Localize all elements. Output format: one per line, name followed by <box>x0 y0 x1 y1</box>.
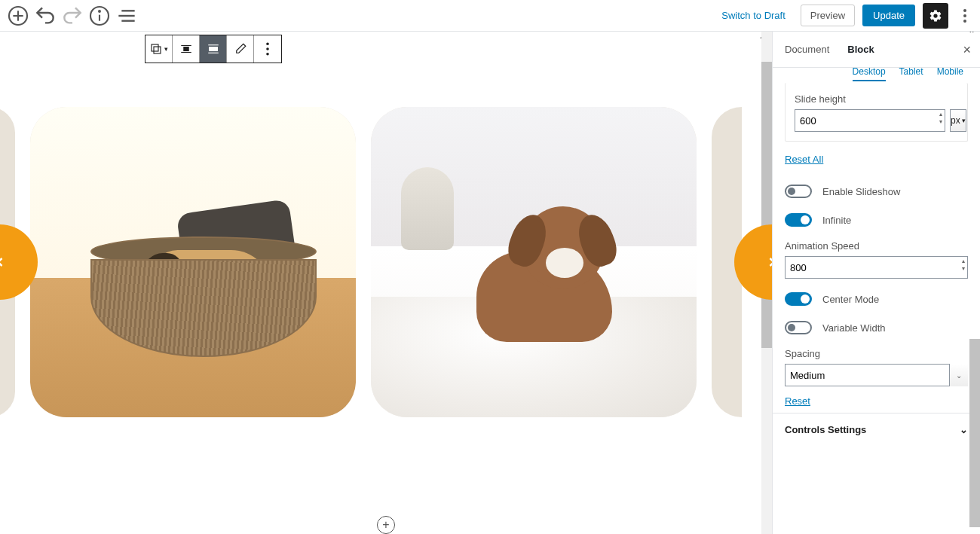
carousel-slide-1[interactable] <box>30 107 356 417</box>
block-more-button[interactable] <box>254 35 281 63</box>
more-options-button[interactable] <box>956 4 974 28</box>
settings-sidebar: ⌃ Document Block × Desktop Tablet Mobile… <box>772 32 980 534</box>
svg-point-22 <box>266 53 269 56</box>
svg-point-21 <box>266 47 269 50</box>
tab-block[interactable]: Block <box>847 44 874 55</box>
infinite-row: Infinite <box>773 206 980 234</box>
center-mode-label: Center Mode <box>822 294 879 305</box>
variable-width-label: Variable Width <box>822 322 886 334</box>
undo-button[interactable] <box>33 4 57 28</box>
controls-settings-accordion[interactable]: Controls Settings ⌄ <box>773 413 980 446</box>
chevron-down-icon: ⌄ <box>960 424 968 435</box>
align-wide-button[interactable] <box>200 35 227 63</box>
block-toolbar: ▾ <box>145 35 282 63</box>
canvas-scrollbar-thumb[interactable] <box>761 62 772 348</box>
enable-slideshow-row: Enable Slideshow <box>773 177 980 206</box>
slide-height-input[interactable] <box>795 109 945 132</box>
close-sidebar-button[interactable]: × <box>963 42 971 58</box>
controls-settings-label: Controls Settings <box>785 424 866 435</box>
preview-button[interactable]: Preview <box>801 5 855 26</box>
variable-width-toggle[interactable] <box>785 321 812 334</box>
info-button[interactable] <box>87 4 112 28</box>
svg-point-20 <box>266 42 269 45</box>
svg-rect-17 <box>209 47 218 51</box>
add-block-button[interactable] <box>6 4 30 28</box>
svg-point-10 <box>963 14 966 17</box>
toolbar-right-group: Switch to Draft Preview Update <box>714 3 974 29</box>
slide-height-unit-select[interactable]: px▾ <box>950 109 966 132</box>
toolbar-left-group <box>6 4 139 28</box>
block-type-button[interactable]: ▾ <box>145 35 173 63</box>
switch-to-draft-link[interactable]: Switch to Draft <box>714 5 793 26</box>
animation-speed-label: Animation Speed <box>785 240 968 252</box>
reset-link[interactable]: Reset <box>785 386 810 407</box>
svg-point-5 <box>99 11 100 12</box>
device-tabs: Desktop Tablet Mobile <box>773 66 980 81</box>
device-tab-mobile[interactable]: Mobile <box>937 66 963 81</box>
sidebar-tabs: Document Block × <box>773 32 980 68</box>
slide-height-label: Slide height <box>795 93 958 105</box>
carousel-block[interactable] <box>0 107 772 417</box>
enable-slideshow-toggle[interactable] <box>785 185 812 198</box>
svg-point-9 <box>963 9 966 12</box>
editor-top-toolbar: Switch to Draft Preview Update <box>0 0 980 32</box>
add-block-inserter[interactable]: + <box>377 516 395 534</box>
editor-main: ⌃ ▾ <box>0 32 980 534</box>
align-center-button[interactable] <box>173 35 200 63</box>
reset-all-link[interactable]: Reset All <box>773 154 980 177</box>
center-mode-row: Center Mode <box>773 285 980 313</box>
variable-width-row: Variable Width <box>773 313 980 342</box>
editor-canvas: ⌃ ▾ <box>0 32 772 534</box>
update-button[interactable]: Update <box>862 5 915 26</box>
svg-point-11 <box>963 20 966 23</box>
infinite-label: Infinite <box>822 215 851 226</box>
enable-slideshow-label: Enable Slideshow <box>822 186 900 197</box>
sidebar-scrollbar-thumb[interactable] <box>969 339 980 527</box>
device-tab-desktop[interactable]: Desktop <box>853 66 886 81</box>
tab-document[interactable]: Document <box>785 44 829 55</box>
animation-speed-block: Animation Speed ▴▾ <box>773 234 980 285</box>
svg-rect-13 <box>154 47 161 53</box>
stepper-icon[interactable]: ▴▾ <box>939 111 942 126</box>
carousel-slide-2[interactable] <box>371 107 697 417</box>
spacing-block: Spacing Medium ⌄ Reset <box>773 342 980 413</box>
stepper-icon[interactable]: ▴▾ <box>962 258 965 273</box>
infinite-toggle[interactable] <box>785 213 812 227</box>
device-tab-tablet[interactable]: Tablet <box>899 66 923 81</box>
outline-button[interactable] <box>115 4 139 28</box>
spacing-select[interactable]: Medium <box>785 364 968 386</box>
svg-rect-14 <box>183 47 189 51</box>
edit-button[interactable] <box>227 35 254 63</box>
redo-button[interactable] <box>60 4 84 28</box>
svg-rect-12 <box>152 44 158 51</box>
settings-button[interactable] <box>923 3 948 29</box>
animation-speed-input[interactable] <box>785 256 968 279</box>
center-mode-toggle[interactable] <box>785 292 812 306</box>
spacing-label: Spacing <box>785 348 968 359</box>
slide-height-panel: Slide height ▴▾ px▾ <box>785 83 968 142</box>
plus-icon[interactable]: + <box>377 516 395 534</box>
